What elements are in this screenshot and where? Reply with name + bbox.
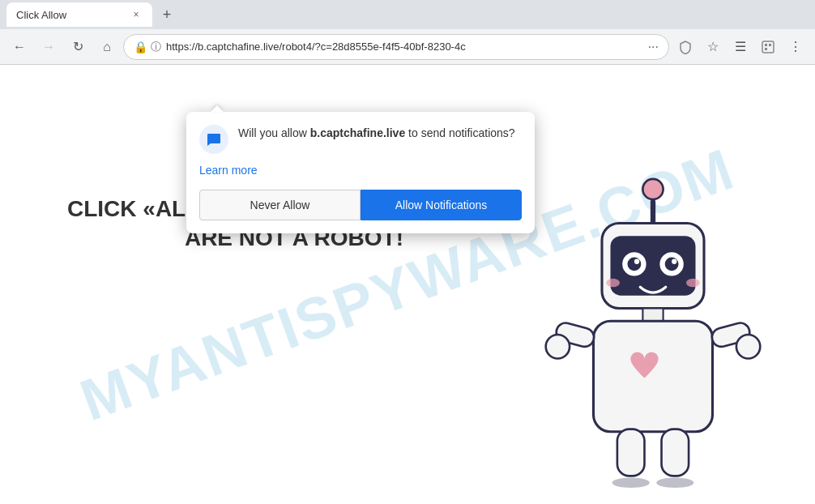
svg-rect-2 bbox=[769, 44, 771, 46]
svg-point-25 bbox=[656, 477, 693, 488]
tab-title: Click Allow bbox=[16, 9, 123, 21]
more-icon[interactable]: ··· bbox=[648, 40, 659, 54]
svg-rect-1 bbox=[765, 44, 767, 46]
svg-point-10 bbox=[628, 258, 642, 271]
svg-point-13 bbox=[672, 259, 676, 264]
learn-more-link[interactable]: Learn more bbox=[199, 164, 522, 177]
sync-button[interactable] bbox=[755, 34, 781, 60]
svg-rect-5 bbox=[651, 199, 655, 225]
svg-point-14 bbox=[606, 279, 620, 288]
robot-illustration bbox=[515, 164, 791, 504]
popup-site-name: b.captchafine.live bbox=[310, 126, 405, 139]
popup-header: Will you allow b.captchafine.live to sen… bbox=[199, 125, 522, 154]
allow-notifications-button[interactable]: Allow Notifications bbox=[361, 190, 522, 220]
svg-rect-23 bbox=[662, 429, 689, 476]
svg-rect-0 bbox=[762, 41, 774, 53]
active-tab[interactable]: Click Allow × bbox=[6, 2, 152, 27]
history-button[interactable]: ☰ bbox=[728, 34, 753, 60]
info-icon: ⓘ bbox=[151, 40, 161, 54]
svg-rect-17 bbox=[594, 321, 713, 432]
page-content: MYANTISPYWARE.COM CLICK «ALLOW» TO CONFI… bbox=[0, 65, 815, 504]
home-button[interactable]: ⌂ bbox=[94, 34, 120, 60]
reload-button[interactable]: ↻ bbox=[65, 34, 91, 60]
svg-point-24 bbox=[612, 477, 650, 488]
tab-close-button[interactable]: × bbox=[130, 8, 143, 21]
secure-icon: 🔒 bbox=[134, 41, 147, 53]
svg-point-21 bbox=[736, 335, 760, 358]
svg-point-4 bbox=[642, 179, 663, 199]
svg-rect-3 bbox=[765, 48, 767, 50]
shields-button[interactable] bbox=[672, 34, 698, 60]
bookmark-button[interactable]: ☆ bbox=[700, 34, 726, 60]
svg-point-11 bbox=[665, 258, 679, 271]
popup-arrow bbox=[211, 105, 224, 112]
nav-bar: ← → ↻ ⌂ 🔒 ⓘ https://b.captchafine.live/r… bbox=[0, 29, 815, 65]
back-button[interactable]: ← bbox=[6, 34, 32, 60]
notification-popup: Will you allow b.captchafine.live to sen… bbox=[186, 112, 535, 233]
nav-right-buttons: ☆ ☰ ⋮ bbox=[672, 34, 809, 60]
menu-button[interactable]: ⋮ bbox=[783, 34, 809, 60]
never-allow-button[interactable]: Never Allow bbox=[199, 190, 361, 220]
svg-point-12 bbox=[634, 259, 639, 264]
address-right-icons: ··· bbox=[648, 40, 659, 54]
new-tab-button[interactable]: + bbox=[156, 3, 178, 26]
url-text: https://b.captchafine.live/robot4/?c=28d… bbox=[166, 41, 643, 53]
popup-chat-icon bbox=[199, 125, 228, 154]
address-icons: 🔒 ⓘ bbox=[134, 40, 161, 54]
popup-buttons: Never Allow Allow Notifications bbox=[199, 190, 522, 220]
svg-point-15 bbox=[686, 279, 700, 288]
popup-text-block: Will you allow b.captchafine.live to sen… bbox=[238, 125, 522, 142]
svg-point-19 bbox=[546, 335, 570, 358]
address-bar[interactable]: 🔒 ⓘ https://b.captchafine.live/robot4/?c… bbox=[123, 34, 669, 60]
tab-bar: Click Allow × + bbox=[0, 0, 815, 29]
popup-question-text: Will you allow b.captchafine.live to sen… bbox=[238, 125, 522, 142]
svg-rect-22 bbox=[617, 429, 645, 476]
forward-button[interactable]: → bbox=[36, 34, 62, 60]
browser-window: Click Allow × + ← → ↻ ⌂ 🔒 ⓘ https://b.ca… bbox=[0, 0, 815, 504]
